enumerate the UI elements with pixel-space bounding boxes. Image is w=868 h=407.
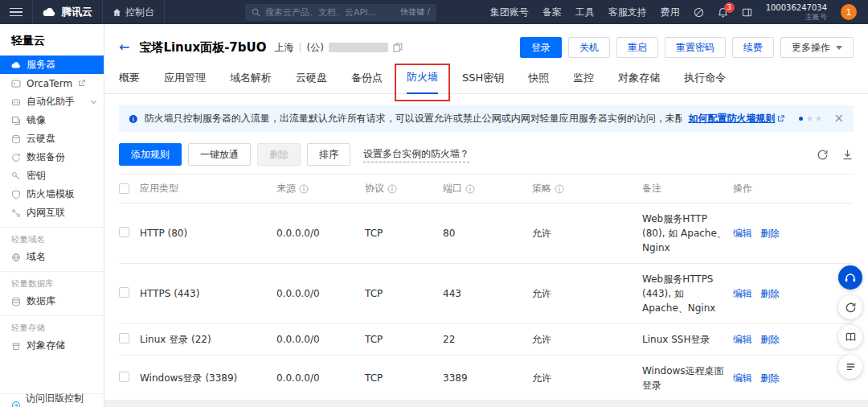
col-app-type: 应用类型 (140, 175, 276, 203)
table-row: HTTPS (443) 0.0.0.0/0 TCP 443 允许 Web服务HT… (119, 264, 854, 324)
sidebar-item-domains[interactable]: 域名 (0, 248, 104, 266)
sidebar-item-legacy-console[interactable]: 访问旧版控制台 (0, 393, 104, 407)
tab-overview[interactable]: 概要 (119, 71, 140, 93)
survey-list-button[interactable] (838, 355, 862, 379)
tab-monitoring[interactable]: 监控 (573, 71, 594, 93)
notification-badge: 3 (724, 2, 735, 13)
delete-link[interactable]: 删除 (760, 288, 780, 299)
download-icon[interactable] (841, 149, 854, 161)
hamburger-menu[interactable] (0, 0, 33, 24)
tab-domain-resolution[interactable]: 域名解析 (230, 71, 272, 93)
page-title: 宝塔Linux面板-7bUO (139, 40, 266, 56)
carousel-dot-3[interactable] (817, 117, 821, 121)
allow-all-button[interactable]: 一键放通 (188, 143, 251, 166)
sidebar-heading-database: 轻量数据库 (0, 271, 104, 292)
sidebar-item-firewall-templates[interactable]: 防火墙模板 (0, 185, 104, 204)
shortcut-hint: 快捷键 / (400, 6, 430, 18)
firewall-rules-doc-link[interactable]: 如何配置防火墙规则 (688, 112, 784, 125)
tab-firewall[interactable]: 防火墙 (407, 70, 438, 94)
docs-button[interactable] (838, 325, 862, 349)
col-note: 备注 (642, 175, 733, 203)
shutdown-button[interactable]: 关机 (568, 37, 610, 58)
row-checkbox[interactable] (119, 333, 129, 343)
circle-slash-icon[interactable] (694, 7, 704, 18)
search-input[interactable]: 搜索云产品、文档、云API... 快捷键 / (245, 4, 436, 21)
info-icon[interactable] (299, 184, 309, 194)
row-checkbox[interactable] (119, 287, 129, 298)
col-port: 端口 (443, 175, 532, 203)
account-info[interactable]: 100036247034 主账号 (766, 3, 827, 21)
multi-instance-firewall-tip[interactable]: 设置多台实例的防火墙？ (363, 147, 469, 162)
tab-cloud-disk[interactable]: 云硬盘 (296, 71, 327, 93)
sidebar-item-automation-assistant[interactable]: 自动化助手 (0, 92, 104, 111)
carousel-dot-1[interactable] (799, 117, 803, 121)
close-icon[interactable]: × (833, 113, 844, 125)
shield-icon (11, 190, 21, 199)
sort-button[interactable]: 排序 (307, 143, 350, 166)
robot-icon (11, 97, 21, 107)
tab-run-command[interactable]: 执行命令 (684, 71, 726, 93)
tab-backup-point[interactable]: 备份点 (351, 71, 383, 93)
console-link[interactable]: 控制台 (103, 0, 165, 24)
row-checkbox[interactable] (119, 372, 129, 382)
edit-link[interactable]: 编辑 (733, 372, 752, 384)
add-rule-button[interactable]: 添加规则 (119, 143, 182, 166)
info-icon[interactable] (387, 184, 397, 194)
menu-billing[interactable]: 费用 (661, 6, 680, 19)
reset-password-button[interactable]: 重置密码 (665, 37, 726, 58)
sidebar-item-data-backup[interactable]: 数据备份 (0, 148, 104, 166)
edit-link[interactable]: 编辑 (733, 334, 752, 345)
panel-icon[interactable] (742, 7, 752, 18)
sidebar-item-private-network[interactable]: 内网互联 (0, 204, 104, 222)
notification-bell-icon[interactable]: 3 (718, 7, 728, 18)
back-arrow[interactable]: ← (119, 41, 129, 54)
cell-app-type: HTTPS (443) (140, 280, 276, 307)
delete-link[interactable]: 删除 (760, 228, 780, 239)
avatar[interactable]: 1 (841, 4, 857, 20)
more-actions-button[interactable]: 更多操作 (780, 37, 854, 58)
topbar: 腾讯云 控制台 搜索云产品、文档、云API... 快捷键 / 集团账号 备案 工… (0, 0, 868, 24)
edit-link[interactable]: 编辑 (733, 228, 752, 239)
tab-snapshot[interactable]: 快照 (528, 71, 549, 93)
row-checkbox[interactable] (119, 227, 129, 237)
menu-support[interactable]: 客服支持 (608, 6, 647, 19)
delete-link[interactable]: 删除 (760, 372, 780, 384)
sidebar-item-images[interactable]: 镜像 (0, 111, 104, 130)
login-button[interactable]: 登录 (520, 37, 562, 58)
restart-button[interactable]: 重启 (616, 37, 658, 58)
carousel-dot-2[interactable] (808, 117, 812, 121)
list-icon (845, 361, 857, 372)
sidebar-item-orcaterm[interactable]: OrcaTerm (0, 74, 104, 92)
table-row: Windows登录优化 (3389) 0.0.0.0/0 UDP 3389 允许… (119, 401, 854, 407)
refresh-icon[interactable] (817, 149, 829, 161)
sidebar-item-cloud-disk[interactable]: 云硬盘 (0, 130, 104, 148)
delete-link[interactable]: 删除 (760, 334, 780, 345)
brand-logo[interactable]: 腾讯云 (33, 0, 103, 24)
tab-ssh-key[interactable]: SSH密钥 (462, 71, 504, 93)
customer-service-button[interactable] (838, 265, 862, 290)
menu-tools[interactable]: 工具 (575, 6, 595, 19)
copy-icon[interactable] (393, 43, 403, 52)
tab-object-storage[interactable]: 对象存储 (618, 71, 660, 93)
sidebar-item-database[interactable]: 数据库 (0, 292, 104, 310)
cell-note: Web服务HTTP (80), 如 Apache、Nginx (642, 204, 733, 263)
info-icon[interactable] (465, 184, 475, 194)
renew-button[interactable]: 续费 (732, 37, 774, 58)
header-actions: 登录 关机 重启 重置密码 续费 更多操作 (520, 37, 854, 58)
tab-app-management[interactable]: 应用管理 (164, 71, 206, 93)
menu-icp-filing[interactable]: 备案 (542, 6, 562, 19)
cell-source: 0.0.0.0/0 (276, 220, 365, 247)
tab-bar: 概要 应用管理 域名解析 云硬盘 备份点 防火墙 SSH密钥 快照 监控 对象存… (104, 70, 868, 94)
delete-button[interactable]: 删除 (257, 143, 301, 166)
meta-divider: | (298, 42, 301, 53)
cell-policy: 允许 (532, 219, 642, 249)
sidebar-item-ssh-keys[interactable]: 密钥 (0, 166, 104, 185)
sidebar-item-servers[interactable]: 服务器 (0, 56, 104, 74)
sidebar-item-object-storage[interactable]: 对象存储 (0, 336, 104, 355)
select-all-checkbox[interactable] (119, 183, 129, 194)
firewall-rules-table: 应用类型 来源 协议 端口 策略 备注 操作 HTTP (80) 0.0.0.0… (119, 174, 854, 407)
edit-link[interactable]: 编辑 (733, 288, 752, 299)
feedback-button[interactable] (838, 295, 862, 319)
menu-group-account[interactable]: 集团账号 (490, 6, 529, 19)
info-icon[interactable] (555, 184, 564, 194)
